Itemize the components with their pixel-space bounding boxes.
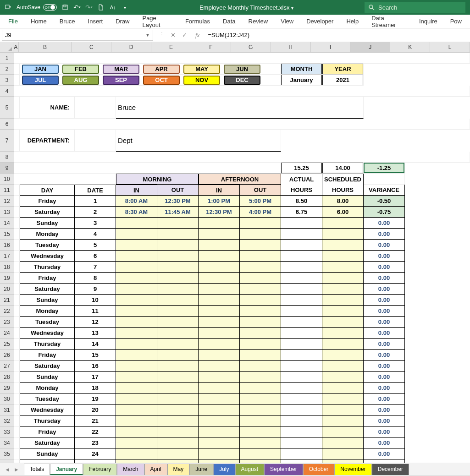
cell-variance-24[interactable]: 0.00 [364,449,405,460]
month-button-jan[interactable]: JAN [22,65,59,74]
row-header-8[interactable]: 8 [0,152,14,163]
cell-morning-out-19[interactable] [157,394,199,405]
cell-date-10[interactable]: 10 [75,295,116,306]
cell-actual-5[interactable] [281,240,322,251]
row-header-28[interactable]: 28 [0,372,14,383]
cell-day-13[interactable]: Wednesday [20,328,75,339]
select-all-corner[interactable] [0,42,13,52]
cell-variance-21[interactable]: 0.00 [364,416,405,427]
ribbon-tab-data-streamer[interactable]: Data Streamer [365,12,413,31]
cell-date-1[interactable]: 1 [75,196,116,207]
row-header-11[interactable]: 11 [0,185,14,196]
cell-sched-23[interactable] [322,438,364,449]
cell-afternoon-in-9[interactable] [199,284,240,295]
cell-afternoon-in-13[interactable] [199,328,240,339]
cell-morning-in-6[interactable] [116,251,157,262]
cell-date-11[interactable]: 11 [75,306,116,317]
cell-morning-out-16[interactable] [157,361,199,372]
cell-afternoon-out-10[interactable] [240,295,281,306]
cell-afternoon-in-5[interactable] [199,240,240,251]
cell-afternoon-in-7[interactable] [199,262,240,273]
col-header-C[interactable]: C [72,42,111,52]
cell-afternoon-in-10[interactable] [199,295,240,306]
cell-actual-20[interactable] [281,405,322,416]
cell-day-2[interactable]: Saturday [20,207,75,218]
col-header-A[interactable]: A [13,42,19,52]
cell-day-22[interactable]: Friday [20,427,75,438]
cell-afternoon-out-8[interactable] [240,273,281,284]
sheet-tab-february[interactable]: February [83,464,117,475]
month-header-cell[interactable]: MONTH [281,64,322,74]
cell-sched-5[interactable] [322,240,364,251]
col-header-H[interactable]: H [271,42,311,52]
cell-afternoon-in-20[interactable] [199,405,240,416]
cell-variance-3[interactable]: 0.00 [364,218,405,229]
cell-afternoon-out-22[interactable] [240,427,281,438]
cell-day-8[interactable]: Friday [20,273,75,284]
cell-sched-11[interactable] [322,306,364,317]
cell-sched-24[interactable] [322,449,364,460]
col-header-G[interactable]: G [231,42,271,52]
cell-day-24[interactable]: Sunday [20,449,75,460]
ribbon-tab-inquire[interactable]: Inquire [413,15,444,27]
cell-morning-out-25[interactable] [157,460,199,463]
cell-date-3[interactable]: 3 [75,218,116,229]
cell-sched-21[interactable] [322,416,364,427]
name-value[interactable]: Bruce [116,97,364,119]
cell-afternoon-out-24[interactable] [240,449,281,460]
month-button-dec[interactable]: DEC [224,76,260,85]
col-header-F[interactable]: F [191,42,231,52]
dropdown-icon[interactable]: ⋮ [158,31,166,40]
cell-morning-in-11[interactable] [116,306,157,317]
cell-morning-in-16[interactable] [116,361,157,372]
cell-morning-in-17[interactable] [116,372,157,383]
ribbon-tab-bruce[interactable]: Bruce [53,15,82,27]
cell-date-24[interactable]: 24 [75,449,116,460]
cell-morning-in-20[interactable] [116,405,157,416]
sheet-tab-august[interactable]: August [235,464,264,475]
save-icon[interactable] [61,4,69,11]
cell-sched-15[interactable] [322,350,364,361]
cell-variance-18[interactable]: 0.00 [364,383,405,394]
cell-sched-18[interactable] [322,383,364,394]
row-header-7[interactable]: 7 [0,130,14,152]
col-header-L[interactable]: L [430,42,470,52]
cell-morning-in-4[interactable] [116,229,157,240]
cell-afternoon-out-20[interactable] [240,405,281,416]
row-header-2[interactable]: 2 [0,64,14,75]
cell-afternoon-in-25[interactable] [199,460,240,463]
row-header-29[interactable]: 29 [0,383,14,394]
cell-morning-out-3[interactable] [157,218,199,229]
cell-date-23[interactable]: 23 [75,438,116,449]
cell-afternoon-out-16[interactable] [240,361,281,372]
cell-morning-out-13[interactable] [157,328,199,339]
cell-afternoon-out-3[interactable] [240,218,281,229]
cell-afternoon-in-23[interactable] [199,438,240,449]
cell-variance-1[interactable]: -0.50 [364,196,405,207]
cell-morning-out-2[interactable]: 11:45 AM [157,207,199,218]
sum-sched-cell[interactable]: 14.00 [322,163,363,173]
cell-morning-out-12[interactable] [157,317,199,328]
row-header-18[interactable]: 18 [0,262,14,273]
col-header-K[interactable]: K [390,42,430,52]
dept-value[interactable]: Dept [116,130,281,152]
cell-date-20[interactable]: 20 [75,405,116,416]
cell-afternoon-out-21[interactable] [240,416,281,427]
col-header-B[interactable]: B [19,42,72,52]
cell-morning-out-20[interactable] [157,405,199,416]
cell-variance-10[interactable]: 0.00 [364,295,405,306]
cell-actual-19[interactable] [281,394,322,405]
ribbon-tab-home[interactable]: Home [24,15,53,27]
cell-afternoon-in-17[interactable] [199,372,240,383]
cell-morning-in-23[interactable] [116,438,157,449]
cell-morning-in-5[interactable] [116,240,157,251]
cell-variance-2[interactable]: -0.75 [364,207,405,218]
cell-afternoon-in-24[interactable] [199,449,240,460]
cell-morning-out-15[interactable] [157,350,199,361]
worksheet[interactable]: JANFEBMARAPRMAYJUNMONTHYEARJULAUGSEPOCTN… [14,53,470,463]
cell-morning-out-21[interactable] [157,416,199,427]
cell-sched-13[interactable] [322,328,364,339]
row-header-23[interactable]: 23 [0,317,14,328]
cell-sched-20[interactable] [322,405,364,416]
cell-date-2[interactable]: 2 [75,207,116,218]
